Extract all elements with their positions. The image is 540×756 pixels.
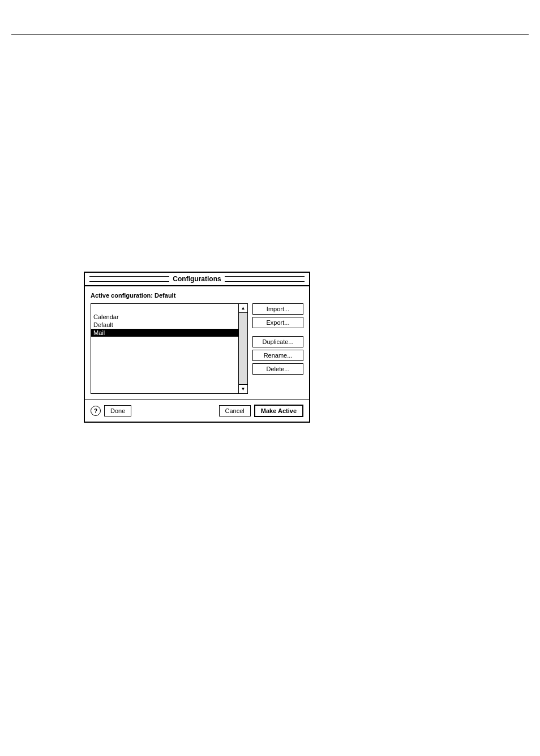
dialog-footer: ? Done Cancel Make Active — [85, 400, 309, 422]
dialog-content: Active configuration: Default ▲ Calendar… — [85, 286, 309, 400]
done-button[interactable]: Done — [104, 405, 131, 416]
make-active-button[interactable]: Make Active — [254, 405, 303, 417]
help-button[interactable]: ? — [91, 406, 101, 416]
rename-button[interactable]: Rename... — [252, 350, 303, 361]
active-config-label: Active configuration: Default — [91, 292, 303, 299]
delete-button[interactable]: Delete... — [252, 363, 303, 375]
import-button[interactable]: Import... — [252, 303, 303, 315]
duplicate-button[interactable]: Duplicate... — [252, 336, 303, 347]
scrollbar-track[interactable] — [238, 313, 247, 384]
list-section: ▲ Calendar Default Mail ▼ — [91, 303, 248, 394]
list-item[interactable]: Default — [91, 321, 238, 329]
dialog-wrapper: Configurations Active configuration: Def… — [84, 272, 310, 423]
list-box-inner: Calendar Default Mail — [91, 304, 247, 393]
list-box[interactable]: ▲ Calendar Default Mail ▼ — [91, 303, 248, 394]
button-spacer — [252, 330, 303, 334]
dialog-titlebar: Configurations — [85, 273, 309, 286]
dialog-box: Configurations Active configuration: Def… — [84, 272, 310, 423]
cancel-button[interactable]: Cancel — [219, 405, 251, 416]
dialog-title: Configurations — [169, 275, 224, 283]
list-item[interactable]: Calendar — [91, 313, 238, 321]
list-item-selected[interactable]: Mail — [91, 329, 238, 337]
scroll-down-button[interactable]: ▼ — [238, 384, 247, 393]
export-button[interactable]: Export... — [252, 317, 303, 328]
dialog-body: ▲ Calendar Default Mail ▼ Import.. — [91, 303, 303, 394]
buttons-section: Import... Export... Duplicate... Rename.… — [252, 303, 303, 394]
page-background: Configurations Active configuration: Def… — [0, 0, 540, 756]
top-rule — [11, 34, 529, 35]
